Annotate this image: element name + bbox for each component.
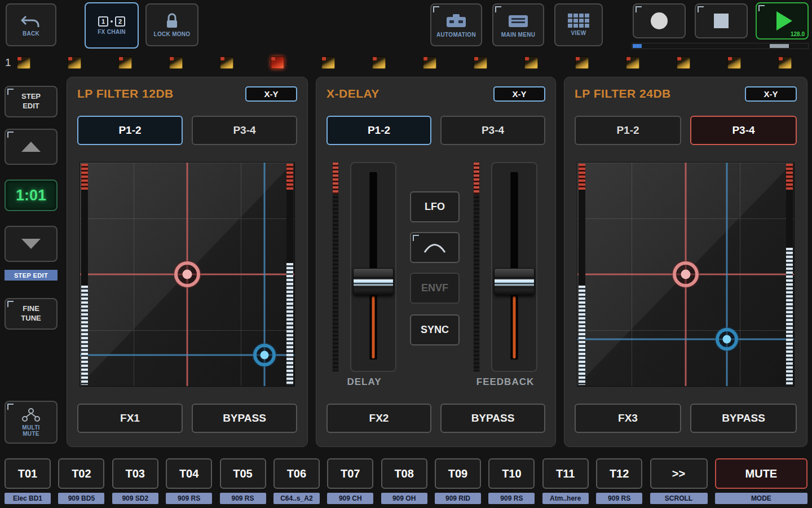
pattern-down-button[interactable] [5, 226, 58, 262]
xy-pad[interactable] [577, 162, 795, 387]
fx-title: LP FILTER 24DB [575, 87, 671, 100]
fx1-slot-button[interactable]: FX1 [77, 404, 183, 433]
xy-cursor-blue-handle[interactable] [716, 328, 738, 351]
multi-mute-button[interactable]: MULTI MUTE [5, 401, 58, 444]
delay-level-meter [332, 162, 339, 372]
delay-fader[interactable] [350, 162, 396, 372]
track-t10-button[interactable]: T10 [488, 458, 535, 489]
page-p3-4-button[interactable]: P3-4 [192, 116, 297, 145]
pad-indicator[interactable] [423, 56, 436, 69]
pad-indicator[interactable] [321, 56, 335, 69]
track-t07-label: 909 CH [327, 493, 373, 504]
fx2-slot-button[interactable]: FX2 [326, 404, 431, 433]
fine-tune-button[interactable]: FINE TUNE [5, 298, 58, 330]
bypass-button[interactable]: BYPASS [440, 404, 545, 433]
page-p1-2-button[interactable]: P1-2 [575, 116, 681, 145]
track-scroll-button[interactable]: >> [650, 458, 708, 489]
stop-button[interactable] [695, 3, 748, 38]
arrow-up-icon [21, 142, 41, 152]
pad-indicator[interactable] [626, 56, 639, 69]
view-button[interactable]: VIEW [554, 3, 603, 46]
track-t09-label: 909 RID [435, 493, 481, 504]
clip-leds [286, 164, 293, 190]
envf-button[interactable]: ENVF [410, 273, 460, 304]
xy-mode-button[interactable]: X-Y [745, 86, 797, 102]
fx-button-row: FX2 BYPASS [326, 404, 545, 433]
back-arrow-icon [21, 14, 41, 28]
track-t08-button[interactable]: T08 [381, 458, 427, 489]
pad-indicator[interactable] [575, 56, 589, 69]
fx-chain-label: FX CHAIN [98, 29, 126, 35]
play-button[interactable]: 128.0 [756, 2, 809, 40]
track-t05-button[interactable]: T05 [220, 458, 266, 489]
fx-chain-button[interactable]: 1 2 FX CHAIN [85, 2, 139, 49]
pad-indicator[interactable] [524, 56, 538, 69]
track-t02-button[interactable]: T02 [58, 458, 104, 489]
pad-indicator[interactable] [17, 56, 30, 69]
fx-title: X-DELAY [326, 87, 379, 100]
automation-icon [445, 12, 467, 29]
xy-cursor-blue-handle[interactable] [253, 344, 276, 366]
panel-header: X-DELAY X-Y [326, 85, 545, 102]
pad-indicator[interactable] [169, 56, 183, 69]
track-t11-button[interactable]: T11 [542, 458, 589, 489]
sync-button[interactable]: SYNC [410, 314, 460, 345]
track-column-mute: MUTE MODE [715, 458, 807, 506]
song-position-bar[interactable] [632, 43, 809, 49]
track-t04-button[interactable]: T04 [166, 458, 212, 489]
mode-label: MODE [715, 493, 807, 504]
main-menu-button[interactable]: MAIN MENU [492, 3, 544, 46]
lock-mono-button[interactable]: LOCK MONO [145, 3, 198, 46]
page-p1-2-button[interactable]: P1-2 [326, 116, 431, 145]
pad-indicator[interactable] [677, 56, 690, 69]
lfo-button[interactable]: LFO [410, 191, 460, 222]
automation-button[interactable]: AUTOMATION [430, 3, 482, 46]
blue-cursor-dot [260, 351, 268, 359]
back-button[interactable]: BACK [6, 3, 56, 46]
track-t09-button[interactable]: T09 [435, 458, 481, 489]
step-edit-button[interactable]: STEP EDIT [5, 86, 58, 117]
fx-title: LP FILTER 12DB [77, 87, 174, 100]
track-t03-label: 909 SD2 [112, 493, 158, 504]
lfo-wave-button[interactable] [410, 232, 460, 263]
pad-indicator[interactable] [727, 56, 741, 69]
delay-fader-handle[interactable] [353, 268, 394, 295]
level-fill [786, 248, 793, 385]
page-p1-2-button[interactable]: P1-2 [77, 116, 183, 145]
track-t03-button[interactable]: T03 [112, 458, 158, 489]
track-column-t12: T12 909 RS [596, 458, 642, 506]
pad-indicator[interactable] [474, 56, 487, 69]
feedback-fader[interactable] [491, 162, 537, 372]
pad-indicator[interactable] [118, 56, 132, 69]
pad-indicator[interactable] [372, 56, 386, 69]
feedback-fader-handle[interactable] [494, 268, 535, 295]
view-grid-icon [568, 14, 589, 28]
page-p3-4-button[interactable]: P3-4 [440, 116, 545, 145]
track-t12-button[interactable]: T12 [596, 458, 642, 489]
mute-mode-button[interactable]: MUTE [715, 458, 807, 489]
delay-fader-assembly [332, 162, 396, 372]
page-p3-4-button[interactable]: P3-4 [690, 116, 797, 145]
xy-mode-button[interactable]: X-Y [245, 86, 297, 102]
bypass-button[interactable]: BYPASS [690, 404, 797, 433]
track-t06-button[interactable]: T06 [273, 458, 320, 489]
main-menu-icon [507, 12, 529, 29]
record-button[interactable] [633, 3, 686, 38]
fx-button-row: FX3 BYPASS [575, 404, 797, 433]
fx3-slot-button[interactable]: FX3 [575, 404, 681, 433]
pattern-up-button[interactable] [5, 129, 58, 165]
track-t07-button[interactable]: T07 [327, 458, 373, 489]
bar-number: 1 [5, 56, 11, 69]
xy-mode-button[interactable]: X-Y [493, 86, 545, 102]
track-t01-button[interactable]: T01 [5, 458, 51, 489]
pad-indicator[interactable] [220, 56, 233, 69]
pad-indicator[interactable] [271, 56, 284, 69]
bypass-button[interactable]: BYPASS [192, 404, 297, 433]
pad-indicator[interactable] [68, 56, 81, 69]
track-column-scroll: >> SCROLL [650, 458, 708, 506]
lock-mono-label: LOCK MONO [154, 31, 191, 37]
pad-indicator[interactable] [778, 56, 792, 69]
position-value: 1:01 [16, 187, 46, 204]
step-edit-mode-text: STEP EDIT [14, 272, 48, 279]
xy-pad[interactable] [80, 162, 295, 387]
